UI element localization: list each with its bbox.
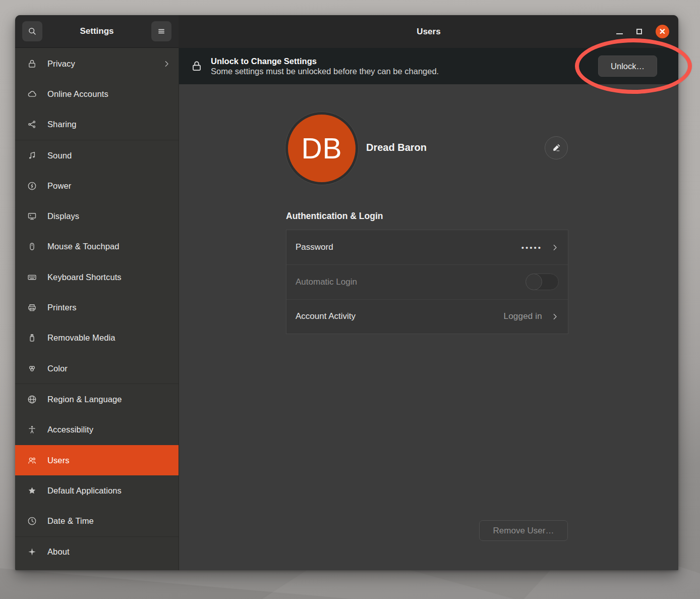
lock-icon (26, 58, 38, 70)
password-dots: ••••• (521, 243, 542, 252)
sidebar-item-label: Sharing (47, 120, 170, 129)
avatar-circle: DB (288, 115, 356, 182)
sidebar-item-privacy[interactable]: Privacy (15, 48, 179, 79)
sidebar-item-label: Keyboard Shortcuts (47, 273, 170, 282)
sidebar-item-default-applications[interactable]: Default Applications (15, 475, 179, 506)
user-avatar[interactable]: DB (285, 112, 359, 185)
maximize-button[interactable] (636, 29, 642, 34)
account-activity-label: Account Activity (296, 311, 495, 321)
auth-settings-card: Password ••••• Automatic Login Account A… (286, 230, 568, 334)
settings-window: Settings PrivacyOnline AccountsSharingSo… (15, 15, 678, 570)
star-icon (26, 484, 38, 497)
sidebar-item-label: Displays (47, 211, 170, 221)
sidebar-item-label: Date & Time (47, 516, 170, 526)
search-icon (27, 26, 38, 37)
chevron-right-icon (551, 244, 559, 251)
users-panel-content: DB Dread Baron Authentication & Login Pa… (179, 84, 678, 570)
automatic-login-row: Automatic Login (286, 264, 568, 299)
chevron-right-icon (163, 60, 170, 68)
remove-user-button[interactable]: Remove User… (479, 520, 568, 541)
sidebar-item-about[interactable]: About (15, 537, 179, 567)
sidebar-item-label: Online Accounts (47, 89, 170, 99)
automatic-login-toggle[interactable] (526, 274, 559, 290)
sidebar-item-region-language[interactable]: Region & Language (15, 384, 179, 414)
sidebar-nav-list: PrivacyOnline AccountsSharingSoundPowerD… (15, 48, 179, 570)
sidebar-item-online-accounts[interactable]: Online Accounts (15, 79, 179, 109)
padlock-icon (190, 60, 203, 73)
sidebar-item-removable-media[interactable]: Removable Media (15, 323, 179, 353)
power-icon (26, 180, 38, 192)
sidebar-header: Settings (15, 15, 179, 48)
sparkle-icon (26, 546, 38, 558)
color-circles-icon (26, 362, 38, 374)
sidebar-item-label: Sound (47, 151, 170, 160)
maximize-icon (636, 29, 642, 34)
sidebar-item-label: Color (47, 364, 170, 373)
password-label: Password (296, 242, 512, 252)
sidebar-item-sharing[interactable]: Sharing (15, 110, 179, 140)
sidebar-item-displays[interactable]: Displays (15, 201, 179, 231)
share-icon (26, 119, 38, 131)
sidebar-item-label: Privacy (47, 59, 153, 69)
sidebar-item-label: Users (47, 456, 170, 465)
sidebar-item-label: Removable Media (47, 333, 170, 343)
sidebar-item-date-time[interactable]: Date & Time (15, 506, 179, 536)
main-pane: Users ✕ Unlock to Change Settings (179, 15, 678, 570)
minimize-button[interactable] (616, 29, 623, 34)
unlock-banner-subtitle: Some settings must be unlocked before th… (211, 67, 439, 76)
chevron-right-icon (551, 313, 559, 320)
account-activity-row[interactable]: Account Activity Logged in (286, 299, 568, 334)
sidebar-item-label: Power (47, 181, 170, 191)
sidebar: Settings PrivacyOnline AccountsSharingSo… (15, 15, 179, 570)
menu-button[interactable] (151, 21, 171, 41)
desktop: Settings PrivacyOnline AccountsSharingSo… (0, 0, 700, 599)
accessibility-person-icon (26, 424, 38, 436)
sidebar-title: Settings (80, 26, 113, 36)
close-icon: ✕ (659, 27, 666, 36)
close-button[interactable]: ✕ (656, 25, 669, 38)
hamburger-menu-icon (156, 26, 167, 37)
unlock-banner-text: Unlock to Change Settings Some settings … (211, 57, 439, 76)
sidebar-item-users[interactable]: Users (15, 445, 179, 475)
automatic-login-label: Automatic Login (296, 277, 516, 287)
keyboard-icon (26, 271, 38, 283)
sidebar-item-label: Accessibility (47, 425, 170, 434)
minimize-icon (616, 33, 623, 34)
unlock-banner: Unlock to Change Settings Some settings … (179, 48, 678, 84)
globe-icon (26, 393, 38, 405)
sidebar-item-mouse-touchpad[interactable]: Mouse & Touchpad (15, 232, 179, 262)
sidebar-item-power[interactable]: Power (15, 171, 179, 201)
auth-section-title: Authentication & Login (286, 211, 383, 222)
account-activity-value: Logged in (504, 311, 542, 321)
cloud-icon (26, 88, 38, 100)
search-button[interactable] (22, 21, 42, 41)
music-note-icon (26, 149, 38, 161)
user-full-name: Dread Baron (366, 142, 427, 153)
users-icon (26, 454, 38, 466)
unlock-button[interactable]: Unlock… (598, 56, 657, 77)
sidebar-item-sound[interactable]: Sound (15, 140, 179, 171)
sidebar-item-printers[interactable]: Printers (15, 292, 179, 322)
titlebar[interactable]: Users ✕ (179, 15, 678, 48)
sidebar-item-label: Default Applications (47, 486, 170, 496)
window-controls: ✕ (616, 15, 669, 48)
clock-icon (26, 515, 38, 527)
display-icon (26, 210, 38, 223)
sidebar-item-label: Region & Language (47, 395, 170, 404)
usb-icon (26, 332, 38, 344)
sidebar-item-accessibility[interactable]: Accessibility (15, 415, 179, 445)
unlock-banner-title: Unlock to Change Settings (211, 57, 439, 66)
page-title: Users (417, 27, 440, 37)
sidebar-item-keyboard-shortcuts[interactable]: Keyboard Shortcuts (15, 262, 179, 292)
sidebar-item-label: About (47, 547, 170, 557)
avatar-initials: DB (301, 132, 342, 165)
password-row[interactable]: Password ••••• (286, 230, 568, 264)
pencil-icon (551, 143, 561, 153)
sidebar-item-label: Printers (47, 303, 170, 312)
toggle-knob (526, 274, 542, 290)
sidebar-item-color[interactable]: Color (15, 353, 179, 384)
edit-name-button[interactable] (545, 136, 568, 159)
printer-icon (26, 302, 38, 314)
mouse-icon (26, 241, 38, 253)
sidebar-item-label: Mouse & Touchpad (47, 242, 170, 251)
